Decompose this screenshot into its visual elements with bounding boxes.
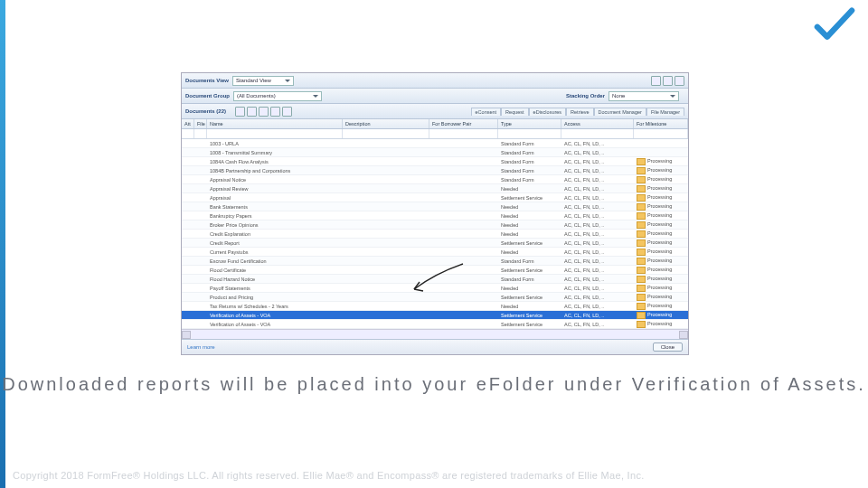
table-row[interactable]: 1008 - Transmittal SummaryStandard FormA…: [182, 148, 688, 157]
table-row[interactable]: Escrow Fund CertificationStandard FormAC…: [182, 257, 688, 266]
col-att[interactable]: Att: [182, 119, 194, 128]
filter-access[interactable]: [561, 129, 634, 138]
stack-order-label: Stacking Order: [566, 93, 605, 99]
edit-icon[interactable]: [247, 107, 257, 117]
view-toolbar-icons: [651, 76, 684, 86]
action-tabs: eConsent Request eDisclosures Retrieve D…: [471, 108, 684, 116]
col-milestone[interactable]: For Milestone: [634, 119, 688, 128]
dialog-footer: Learn more Close: [182, 339, 688, 354]
table-row[interactable]: Bankruptcy PapersNeededAC, CL, FN, LD, .…: [182, 211, 688, 221]
export-icon[interactable]: [270, 107, 280, 117]
table-row[interactable]: Verification of Assets - VOASettlement S…: [182, 320, 688, 329]
col-access[interactable]: Access: [561, 119, 634, 128]
doc-action-icons: [235, 107, 292, 117]
tab-request[interactable]: Request: [501, 108, 529, 116]
table-row[interactable]: 1003 - URLAStandard FormAC, CL, FN, LD, …: [182, 139, 688, 148]
reset-icon[interactable]: [675, 76, 684, 86]
table-body: 1003 - URLAStandard FormAC, CL, FN, LD, …: [182, 139, 688, 329]
chevron-down-icon: [670, 95, 675, 98]
slide-caption: Downloaded reports will be placed into y…: [0, 371, 868, 398]
chevron-down-icon: [285, 80, 290, 82]
view-dropdown-value: Standard View: [236, 78, 271, 83]
chevron-down-icon: [313, 95, 318, 98]
tab-retrieve[interactable]: Retrieve: [566, 108, 593, 116]
filter-att[interactable]: [182, 129, 194, 138]
efolder-screenshot: Documents View Standard View Document Gr…: [181, 72, 689, 355]
filter-name[interactable]: [207, 129, 343, 138]
filter-type[interactable]: [498, 129, 561, 138]
tab-econsent[interactable]: eConsent: [471, 108, 502, 116]
filter-milestone[interactable]: [634, 129, 688, 138]
horizontal-scrollbar[interactable]: [182, 329, 688, 339]
tab-doc-manager[interactable]: Document Manager: [594, 108, 646, 116]
tab-edisclosures[interactable]: eDisclosures: [529, 108, 566, 116]
filter-row: [182, 129, 688, 139]
stack-dropdown[interactable]: None: [609, 91, 679, 101]
documents-view-label: Documents View: [185, 78, 229, 83]
save-icon[interactable]: [651, 76, 661, 86]
print-icon[interactable]: [282, 107, 292, 117]
filter-desc[interactable]: [343, 129, 429, 138]
table-row[interactable]: Verification of Assets - VOASettlement S…: [182, 311, 688, 320]
delete-icon[interactable]: [259, 107, 269, 117]
documents-count-label: Documents (22): [185, 108, 226, 114]
filter-pair[interactable]: [429, 129, 498, 138]
table-header: Att File Name Description For Borrower P…: [182, 119, 688, 129]
check-logo: [814, 7, 855, 47]
tab-file-manager[interactable]: File Manager: [646, 108, 684, 116]
learn-more-link[interactable]: Learn more: [187, 344, 215, 350]
table-row[interactable]: Flood CertificateSettlement ServiceAC, C…: [182, 266, 688, 275]
toolbar-group: Document Group (All Documents) Stacking …: [182, 89, 688, 104]
table-row[interactable]: 1084A Cash Flow AnalysisStandard FormAC,…: [182, 157, 688, 166]
add-icon[interactable]: [235, 107, 245, 117]
col-name[interactable]: Name: [207, 119, 343, 128]
group-dropdown[interactable]: (All Documents): [233, 91, 322, 101]
stack-dropdown-value: None: [612, 93, 625, 99]
table-row[interactable]: Bank StatementsNeededAC, CL, FN, LD, ..P…: [182, 202, 688, 211]
col-desc[interactable]: Description: [343, 119, 429, 128]
table-row[interactable]: Credit ExplanationNeededAC, CL, FN, LD, …: [182, 230, 688, 239]
table-row[interactable]: Payoff StatementsNeededAC, CL, FN, LD, .…: [182, 284, 688, 293]
view-dropdown[interactable]: Standard View: [232, 76, 294, 86]
table-row[interactable]: 1084B Partnership and CorporationsStanda…: [182, 166, 688, 175]
table-row[interactable]: Flood Hazard NoticeStandard FormAC, CL, …: [182, 275, 688, 284]
doc-group-label: Document Group: [185, 93, 230, 99]
table-row[interactable]: AppraisalSettlement ServiceAC, CL, FN, L…: [182, 193, 688, 202]
col-pair[interactable]: For Borrower Pair: [429, 119, 498, 128]
table-row[interactable]: Appraisal ReviewNeededAC, CL, FN, LD, ..…: [182, 184, 688, 193]
group-dropdown-value: (All Documents): [237, 93, 276, 99]
col-type[interactable]: Type: [498, 119, 561, 128]
toolbar-view: Documents View Standard View: [182, 73, 688, 89]
table-row[interactable]: Product and PricingSettlement ServiceAC,…: [182, 293, 688, 302]
slide-accent-bar: [0, 0, 5, 488]
table-row[interactable]: Tax Returns w/ Schedules - 2 YearsNeeded…: [182, 302, 688, 311]
table-row[interactable]: Credit ReportSettlement ServiceAC, CL, F…: [182, 239, 688, 248]
table-row[interactable]: Broker Price OpinionsNeededAC, CL, FN, L…: [182, 221, 688, 230]
filter-file[interactable]: [194, 129, 207, 138]
toolbar-documents: Documents (22) eConsent Request eDisclos…: [182, 104, 688, 119]
close-button[interactable]: Close: [653, 343, 683, 352]
copyright-text: Copyright 2018 FormFree® Holdings LLC. A…: [13, 470, 645, 481]
refresh-icon[interactable]: [663, 76, 673, 86]
table-row[interactable]: Current PaystubsNeededAC, CL, FN, LD, ..…: [182, 248, 688, 257]
table-row[interactable]: Appraisal NoticeStandard FormAC, CL, FN,…: [182, 175, 688, 184]
col-file[interactable]: File: [194, 119, 207, 128]
